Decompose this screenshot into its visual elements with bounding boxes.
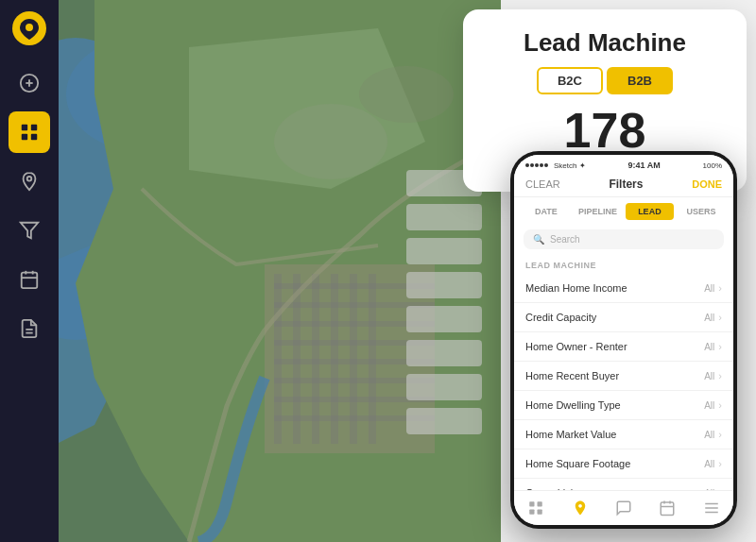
chevron-right-icon: › (718, 458, 722, 469)
list-item[interactable]: Home Square Footage All › (514, 449, 733, 479)
phone-filter-tabs: DATE PIPELINE LEAD USERS (514, 197, 733, 226)
carrier-label: Sketch ✦ (554, 161, 586, 170)
svg-rect-43 (538, 510, 542, 515)
list-item[interactable]: Green Living All › (514, 479, 733, 490)
bottom-chat-icon[interactable] (614, 499, 633, 517)
svg-rect-29 (31, 125, 37, 130)
list-item-label: Home Market Value (525, 429, 616, 440)
sidebar-item-filter[interactable] (9, 210, 50, 251)
list-item-right: All › (704, 458, 722, 469)
phone-search-icon: 🔍 (533, 234, 544, 245)
list-item-value: All (704, 459, 714, 469)
list-item-label: Home Owner - Renter (525, 341, 627, 352)
bottom-grid-icon[interactable] (526, 499, 545, 517)
result-bar-3 (406, 238, 482, 264)
list-item-value: All (704, 400, 714, 411)
chevron-right-icon: › (718, 341, 722, 352)
phone-time: 9:41 AM (628, 161, 661, 170)
tab-lead[interactable]: LEAD (626, 203, 675, 220)
list-item[interactable]: Home Owner - Renter All › (514, 332, 733, 362)
svg-marker-33 (21, 223, 38, 239)
chevron-right-icon: › (718, 282, 722, 294)
svg-rect-31 (31, 134, 37, 140)
list-item[interactable]: Home Dwelling Type All › (514, 391, 733, 420)
sidebar (0, 0, 59, 542)
nav-clear-btn[interactable]: CLEAR (525, 178, 560, 190)
svg-rect-30 (22, 134, 27, 140)
svg-rect-34 (22, 273, 38, 289)
result-bar-4 (406, 272, 482, 298)
chevron-right-icon: › (718, 429, 722, 440)
result-bars-bg (406, 170, 482, 434)
phone-bottom-bar (514, 490, 733, 525)
nav-done-btn[interactable]: DONE (692, 178, 722, 190)
sidebar-item-calendar[interactable] (9, 259, 50, 300)
phone-nav-bar: CLEAR Filters DONE (514, 172, 733, 197)
status-left: Sketch ✦ (525, 161, 586, 170)
list-item-label: Median Home Income (525, 282, 627, 294)
sidebar-item-location[interactable] (9, 161, 50, 202)
list-item-value: All (704, 430, 714, 440)
phone-mockup: Sketch ✦ 9:41 AM 100% CLEAR Filters DONE… (510, 151, 737, 529)
list-item-value: All (704, 313, 714, 323)
sidebar-item-grid[interactable] (9, 111, 50, 153)
tab-pipeline[interactable]: PIPELINE (574, 203, 623, 220)
bottom-pin-icon[interactable] (571, 499, 590, 517)
tab-date[interactable]: DATE (522, 203, 571, 220)
list-item[interactable]: Home Recent Buyer All › (514, 362, 733, 391)
result-bar-5 (406, 306, 482, 332)
panel-title: Lead Machine (482, 28, 728, 58)
svg-point-24 (26, 24, 33, 31)
svg-rect-42 (529, 510, 534, 515)
bottom-menu-icon[interactable] (702, 499, 721, 517)
nav-filters-title: Filters (609, 178, 643, 191)
app-logo[interactable] (12, 11, 46, 45)
tab-switcher: B2C B2B (482, 67, 728, 94)
result-bar-6 (406, 340, 482, 366)
leads-count: 178 (482, 106, 728, 155)
tab-b2b[interactable]: B2B (607, 67, 673, 94)
list-item-label: Home Dwelling Type (525, 399, 621, 411)
result-bar-7 (406, 374, 482, 400)
svg-rect-41 (538, 501, 542, 506)
svg-rect-44 (662, 502, 675, 516)
list-item-right: All › (704, 399, 722, 411)
bottom-calendar-icon[interactable] (658, 499, 677, 517)
list-item-right: All › (704, 341, 722, 352)
svg-point-21 (274, 104, 387, 179)
list-item-right: All › (704, 370, 722, 381)
list-item-value: All (704, 283, 714, 294)
sidebar-item-add[interactable] (9, 62, 50, 104)
tab-b2c[interactable]: B2C (537, 67, 603, 94)
result-bar-8 (406, 408, 482, 434)
result-bar-2 (406, 204, 482, 230)
list-item[interactable]: Median Home Income All › (514, 274, 733, 303)
chevron-right-icon: › (718, 370, 722, 381)
chevron-right-icon: › (718, 312, 722, 323)
svg-point-22 (359, 66, 454, 123)
phone-status-bar: Sketch ✦ 9:41 AM 100% (514, 155, 733, 172)
phone-section-label: LEAD MACHINE (514, 253, 733, 274)
phone-search-placeholder: Search (550, 234, 580, 245)
list-item-right: All › (704, 429, 722, 440)
svg-rect-28 (22, 125, 27, 130)
sidebar-item-document[interactable] (9, 308, 50, 349)
list-item[interactable]: Home Market Value All › (514, 420, 733, 449)
list-item-label: Home Recent Buyer (525, 370, 619, 381)
list-item-right: All › (704, 312, 722, 323)
list-item-label: Home Square Footage (525, 458, 630, 469)
svg-rect-40 (529, 501, 534, 506)
phone-filter-list: Median Home Income All › Credit Capacity… (514, 274, 733, 490)
tab-users[interactable]: USERS (677, 203, 726, 220)
chevron-right-icon: › (718, 399, 722, 411)
svg-point-32 (27, 177, 32, 181)
list-item[interactable]: Credit Capacity All › (514, 303, 733, 332)
battery-label: 100% (703, 161, 722, 170)
list-item-label: Credit Capacity (525, 312, 596, 323)
list-item-right: All › (704, 282, 722, 294)
list-item-value: All (704, 371, 714, 381)
phone-screen: Sketch ✦ 9:41 AM 100% CLEAR Filters DONE… (514, 155, 733, 525)
list-item-value: All (704, 342, 714, 352)
phone-search-bar[interactable]: 🔍 Search (524, 229, 724, 249)
